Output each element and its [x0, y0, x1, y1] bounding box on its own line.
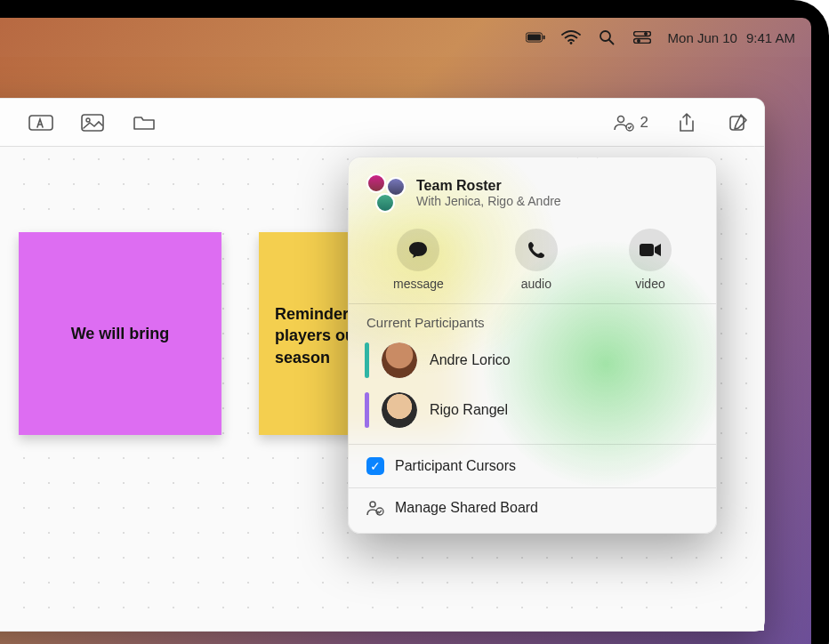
participant-name: Andre Lorico: [430, 352, 511, 368]
action-label: audio: [521, 277, 551, 291]
popover-actions: message audio video: [349, 221, 716, 304]
avatar: [382, 392, 417, 428]
participants-section-title: Current Participants: [349, 304, 716, 335]
toolbar: 2: [0, 99, 764, 147]
participant-cursors-toggle[interactable]: ✓ Participant Cursors: [349, 445, 716, 487]
wifi-icon[interactable]: [561, 29, 581, 45]
avatar: [382, 342, 417, 378]
laptop-frame: Mon Jun 10 9:41 AM: [0, 0, 829, 644]
menubar: Mon Jun 10 9:41 AM: [0, 18, 811, 57]
sticky-note-pink[interactable]: We will bring: [19, 232, 221, 435]
freeform-window: 2 We will bring Reminder: injured player…: [0, 98, 765, 632]
compose-icon[interactable]: [725, 109, 752, 136]
text-tool-icon[interactable]: [28, 109, 54, 136]
collaboration-popover: Team Roster With Jenica, Rigo & Andre me…: [348, 157, 717, 534]
battery-icon[interactable]: [526, 29, 545, 45]
file-tool-icon[interactable]: [131, 109, 157, 136]
svg-line-5: [609, 40, 614, 44]
svg-rect-8: [633, 39, 650, 44]
share-icon[interactable]: [673, 109, 700, 136]
group-avatar-stack: [366, 173, 406, 213]
control-center-icon[interactable]: [632, 29, 652, 45]
menubar-time: 9:41 AM: [746, 30, 795, 45]
participant-row[interactable]: Rigo Rangel: [349, 385, 716, 435]
action-label: video: [635, 277, 664, 291]
checkbox-checked-icon: ✓: [366, 457, 384, 475]
phone-icon: [515, 229, 558, 271]
message-icon: [397, 229, 439, 271]
manage-board-icon: [366, 499, 384, 517]
participant-name: Rigo Rangel: [430, 402, 508, 418]
svg-rect-17: [640, 244, 654, 256]
participant-color-bar: [365, 342, 369, 378]
manage-board-label: Manage Shared Board: [395, 500, 538, 516]
menubar-date: Mon Jun 10: [668, 30, 737, 45]
manage-shared-board[interactable]: Manage Shared Board: [349, 487, 716, 533]
participant-row[interactable]: Andre Lorico: [349, 335, 716, 385]
svg-point-9: [637, 39, 640, 43]
svg-point-13: [86, 118, 90, 122]
media-tool-icon[interactable]: [79, 109, 106, 136]
participant-color-bar: [365, 392, 369, 428]
video-action[interactable]: video: [629, 229, 672, 291]
collaborate-count: 2: [640, 114, 648, 132]
checkbox-label: Participant Cursors: [395, 458, 516, 474]
svg-point-14: [617, 116, 624, 122]
video-icon: [629, 229, 672, 271]
spotlight-icon[interactable]: [597, 29, 616, 45]
message-action[interactable]: message: [393, 229, 444, 291]
popover-subtitle: With Jenica, Rigo & Andre: [416, 194, 561, 208]
sticky-tool-icon[interactable]: [0, 109, 3, 136]
desktop: Mon Jun 10 9:41 AM: [0, 18, 811, 644]
popover-header: Team Roster With Jenica, Rigo & Andre: [349, 157, 716, 221]
svg-rect-2: [543, 36, 544, 40]
svg-rect-6: [633, 32, 650, 36]
svg-point-4: [600, 31, 610, 41]
audio-action[interactable]: audio: [515, 229, 558, 291]
svg-point-7: [644, 32, 648, 36]
svg-point-18: [370, 502, 375, 507]
menubar-datetime[interactable]: Mon Jun 10 9:41 AM: [668, 30, 795, 45]
svg-point-3: [569, 42, 572, 44]
sticky-note-text: We will bring: [71, 325, 170, 343]
svg-rect-1: [527, 34, 541, 40]
action-label: message: [393, 277, 444, 291]
popover-title: Team Roster: [416, 178, 561, 194]
collaborate-button[interactable]: 2: [614, 114, 648, 132]
